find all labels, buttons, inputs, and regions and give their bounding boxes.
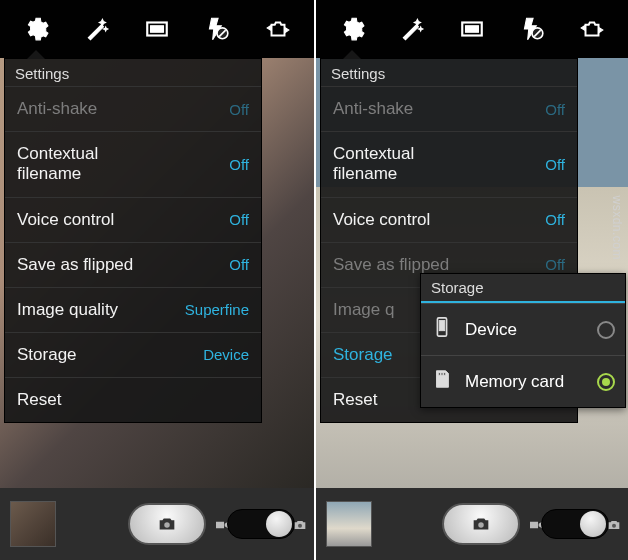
- settings-row-voice-control[interactable]: Voice control Off: [5, 197, 261, 242]
- setting-label: Image q: [333, 300, 394, 320]
- radio-icon: [597, 321, 615, 339]
- setting-label: Voice control: [17, 210, 114, 230]
- camera-bottom-bar: [316, 488, 628, 560]
- svg-point-5: [298, 524, 302, 528]
- mode-switch[interactable]: [541, 509, 609, 539]
- watermark-text: wsxdn.com: [610, 195, 624, 260]
- settings-row-anti-shake[interactable]: Anti-shake Off: [5, 86, 261, 131]
- storage-option-label: Memory card: [465, 372, 564, 392]
- settings-panel-title: Settings: [5, 59, 261, 86]
- settings-row-reset[interactable]: Reset: [5, 377, 261, 422]
- gallery-thumbnail[interactable]: [326, 501, 372, 547]
- settings-row-contextual-filename[interactable]: Contextual filename Off: [5, 131, 261, 197]
- svg-rect-13: [441, 373, 443, 376]
- svg-rect-12: [438, 373, 440, 376]
- gear-icon[interactable]: [337, 14, 367, 44]
- setting-value: Off: [545, 256, 565, 273]
- switch-camera-icon[interactable]: [577, 14, 607, 44]
- screenshot-right: Settings Anti-shake Off Contextual filen…: [314, 0, 628, 560]
- storage-option-device[interactable]: Device: [421, 303, 625, 355]
- photo-mode-icon: [606, 517, 622, 537]
- settings-row-anti-shake[interactable]: Anti-shake Off: [321, 86, 577, 131]
- setting-label: Save as flipped: [333, 255, 449, 275]
- camera-top-toolbar: [316, 0, 628, 58]
- setting-label: Image quality: [17, 300, 118, 320]
- setting-value: Off: [545, 101, 565, 118]
- switch-camera-icon[interactable]: [263, 14, 293, 44]
- setting-value: Device: [203, 346, 249, 363]
- flash-off-icon[interactable]: [517, 14, 547, 44]
- setting-value: Off: [229, 156, 249, 173]
- setting-label: Contextual filename: [333, 144, 483, 185]
- setting-value: Off: [545, 156, 565, 173]
- camera-icon: [156, 513, 178, 535]
- camera-icon: [470, 513, 492, 535]
- shutter-button[interactable]: [128, 503, 206, 545]
- setting-label: Anti-shake: [333, 99, 413, 119]
- svg-rect-1: [150, 26, 163, 33]
- mode-switch-knob: [580, 511, 606, 537]
- svg-rect-7: [466, 26, 479, 33]
- flash-off-icon[interactable]: [202, 14, 232, 44]
- radio-selected-icon: [597, 373, 615, 391]
- setting-label: Contextual filename: [17, 144, 167, 185]
- setting-label: Reset: [333, 390, 377, 410]
- setting-value: Off: [229, 101, 249, 118]
- settings-panel-title: Settings: [321, 59, 577, 86]
- settings-row-save-as-flipped[interactable]: Save as flipped Off: [5, 242, 261, 287]
- svg-rect-11: [439, 321, 445, 331]
- camera-bottom-bar: [0, 488, 314, 560]
- storage-option-label: Device: [465, 320, 517, 340]
- storage-popup: Storage Device Memory card: [420, 273, 626, 408]
- setting-label: Storage: [17, 345, 77, 365]
- shutter-button[interactable]: [442, 503, 520, 545]
- setting-label: Voice control: [333, 210, 430, 230]
- photo-mode-icon: [292, 517, 308, 537]
- mode-switch[interactable]: [227, 509, 295, 539]
- screenshot-left: Settings Anti-shake Off Contextual filen…: [0, 0, 314, 560]
- mode-switch-knob: [266, 511, 292, 537]
- setting-label: Storage: [333, 345, 393, 365]
- setting-value: Superfine: [185, 301, 249, 318]
- frame-icon[interactable]: [457, 14, 487, 44]
- svg-point-4: [164, 522, 170, 528]
- setting-label: Save as flipped: [17, 255, 133, 275]
- settings-panel: Settings Anti-shake Off Contextual filen…: [4, 58, 262, 423]
- setting-value: Off: [229, 211, 249, 228]
- settings-row-storage[interactable]: Storage Device: [5, 332, 261, 377]
- svg-point-15: [478, 522, 484, 528]
- svg-point-16: [612, 524, 616, 528]
- magic-wand-icon[interactable]: [397, 14, 427, 44]
- device-icon: [431, 316, 453, 343]
- sd-card-icon: [431, 368, 453, 395]
- gear-icon[interactable]: [21, 14, 51, 44]
- svg-rect-14: [444, 373, 446, 376]
- gallery-thumbnail[interactable]: [10, 501, 56, 547]
- magic-wand-icon[interactable]: [82, 14, 112, 44]
- frame-icon[interactable]: [142, 14, 172, 44]
- setting-value: Off: [229, 256, 249, 273]
- storage-option-memory-card[interactable]: Memory card: [421, 355, 625, 407]
- camera-top-toolbar: [0, 0, 314, 58]
- settings-row-contextual-filename[interactable]: Contextual filename Off: [321, 131, 577, 197]
- settings-row-voice-control[interactable]: Voice control Off: [321, 197, 577, 242]
- setting-label: Reset: [17, 390, 61, 410]
- storage-popup-title: Storage: [421, 274, 625, 303]
- settings-row-image-quality[interactable]: Image quality Superfine: [5, 287, 261, 332]
- setting-value: Off: [545, 211, 565, 228]
- setting-label: Anti-shake: [17, 99, 97, 119]
